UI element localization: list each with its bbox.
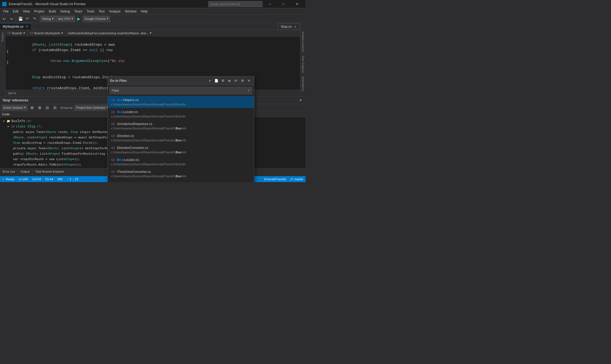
class-icon: C#	[11, 125, 15, 128]
filter-button[interactable]: ⊟	[52, 104, 58, 111]
class-count: (7)	[36, 125, 42, 128]
nav-class[interactable]: C# BusInfo.MyStopInfo ▾	[27, 30, 66, 36]
cs-icon-direction: C#	[111, 134, 115, 138]
goto-item-lastknown[interactable]: C# LastKnownLocation.cs c:\Users\kaseyu\…	[108, 180, 254, 182]
goto-item-bushelpers-path: c:\Users\kaseyu\Source\Repos\EmeraldTran…	[111, 103, 251, 106]
goto-item-direction-name: C# Direction.cs	[111, 134, 251, 138]
goto-item-itimezone-path: c:\Users\kaseyu\Source\Repos\EmeraldTran…	[111, 175, 251, 178]
tab-mystopinfo-close[interactable]: ✕	[25, 25, 29, 29]
nav-namespace-arrow[interactable]: ▾	[23, 31, 25, 35]
project-expander[interactable]: ▼	[2, 119, 5, 123]
menu-edit[interactable]: Edit	[11, 8, 21, 15]
menu-window[interactable]: Window	[123, 8, 139, 15]
back-button[interactable]: ↩	[1, 15, 8, 22]
close-button[interactable]: ✕	[291, 0, 303, 8]
goto-item-buslocator-name: C# BusLocator.cs	[111, 110, 251, 114]
col-header-code: Code	[2, 113, 10, 116]
status-ins: INS	[58, 178, 63, 181]
goto-tool-4[interactable]: ≣	[226, 78, 232, 84]
tab-stop-close[interactable]: ✕	[293, 25, 297, 29]
goto-item-buslocator-path: c:\Users\kaseyu\Source\Repos\EmeraldTran…	[111, 115, 251, 118]
goto-item-direction[interactable]: C# Direction.cs c:\Users\kaseyu\Source\R…	[108, 132, 254, 144]
goto-item-direction-path: c:\Users\kaseyu\Source\Repos\EmeraldTran…	[111, 139, 251, 142]
goto-tool-5[interactable]: ⟳	[233, 78, 239, 84]
tab-task-runner[interactable]: Task Runner Explorer	[33, 169, 67, 175]
goto-tool-3[interactable]: ⚙	[220, 78, 226, 84]
nav-method-text: GetRouteAndStopForLocation(string routeS…	[68, 32, 149, 35]
tab-mystopinfo[interactable]: MyStopInfo.cs ✕	[0, 23, 32, 30]
toolbox-label[interactable]: Toolbox	[1, 31, 4, 43]
panel-close-button[interactable]: ✕	[298, 98, 303, 103]
menu-bar: File Edit View Project Build Debug Team …	[0, 8, 306, 15]
collapse-button[interactable]: ⊟	[44, 104, 51, 111]
status-right: EmeraldTransit1 ⎇ master	[264, 178, 303, 181]
redo-button[interactable]: ↷	[31, 15, 38, 22]
goto-tool-2[interactable]: 📄	[213, 78, 219, 84]
zoom-level[interactable]: 100 %	[8, 92, 16, 95]
quick-launch-placeholder: Quick Launch (Ctrl+Q)	[210, 2, 240, 6]
goto-results-list: C# BusHelpers.cs c:\Users\kaseyu\Source\…	[108, 96, 254, 182]
undo-button[interactable]: ↶	[24, 15, 31, 22]
menu-project[interactable]: Project	[32, 8, 47, 15]
goto-item-ibuslocator-path: c:\Users\kaseyu\Source\Repos\EmeraldTran…	[111, 163, 251, 166]
start-dropdown[interactable]: Google Chrome ▾	[83, 16, 110, 22]
quick-launch[interactable]: Quick Launch (Ctrl+Q)	[208, 1, 263, 7]
platform-label: Any CPU	[58, 17, 70, 20]
scope-dropdown[interactable]: Entire Solution ▾	[2, 105, 28, 110]
goto-item-itimezone-name: C# ITimeZoneConverter.cs	[111, 170, 251, 174]
goto-search-input[interactable]	[112, 89, 247, 92]
class-expander[interactable]: ▼	[7, 125, 10, 128]
status-ready: ✓ Ready	[2, 178, 14, 181]
goto-search-box[interactable]: ✕	[109, 87, 252, 94]
tab-error-list[interactable]: Error List	[0, 169, 18, 175]
tab-output[interactable]: Output	[18, 169, 33, 175]
goto-tool-1[interactable]: ≡	[207, 78, 213, 84]
nav-method[interactable]: GetRouteAndStopForLocation(string routeS…	[66, 30, 154, 36]
goto-item-itimezone[interactable]: C# ITimeZoneConverter.cs c:\Users\kaseyu…	[108, 168, 254, 180]
title-bar: EmeraldTransit1 - Microsoft Visual Studi…	[0, 0, 306, 8]
goto-item-arrivals[interactable]: C# ArrivalsAndDeparture.cs c:\Users\kase…	[108, 120, 254, 132]
goto-close-button[interactable]: ✕	[246, 78, 252, 84]
goto-item-bushelpers-name: C# BusHelpers.cs	[111, 98, 251, 102]
project-text: EmeraldTransit1	[264, 178, 286, 181]
group-by-dropdown[interactable]: Project then Definition ▾	[75, 105, 110, 110]
goto-clear-button[interactable]: ✕	[247, 89, 250, 92]
menu-test[interactable]: Test	[97, 8, 107, 15]
copy-button[interactable]: ⊞	[29, 104, 35, 111]
solution-explorer-label[interactable]: Solution Explorer	[300, 30, 306, 54]
menu-file[interactable]: File	[1, 8, 11, 15]
menu-build[interactable]: Build	[47, 8, 58, 15]
nav-class-arrow[interactable]: ▾	[61, 31, 63, 35]
minimize-button[interactable]: ─	[264, 0, 276, 8]
cs-icon-lastknown: C#	[111, 182, 115, 182]
config-label: Debug	[42, 17, 51, 20]
menu-team[interactable]: Team	[72, 8, 84, 15]
down-count: 23	[75, 178, 78, 181]
nav-namespace[interactable]: C# BusInfo ▾	[5, 30, 27, 36]
maximize-button[interactable]: □	[277, 0, 290, 8]
goto-item-dirconverter[interactable]: C# DirectionConverter.cs c:\Users\kaseyu…	[108, 144, 254, 156]
save-all-button[interactable]: 💾	[17, 15, 24, 22]
goto-tool-6[interactable]: ⚙	[239, 78, 245, 84]
nav-method-arrow[interactable]: ▾	[150, 31, 152, 35]
team-explorer-label[interactable]: Team Explorer	[300, 54, 306, 74]
platform-dropdown[interactable]: Any CPU ▾	[56, 16, 75, 22]
menu-view[interactable]: View	[21, 8, 32, 15]
menu-debug[interactable]: Debug	[58, 8, 72, 15]
config-arrow: ▾	[52, 17, 54, 20]
menu-help[interactable]: Help	[139, 8, 150, 15]
tab-stop[interactable]: Stop.cs ✕	[278, 23, 300, 30]
expand-button[interactable]: ⊞	[36, 104, 43, 111]
goto-item-ibuslocator[interactable]: C# IBusLocator.cs c:\Users\kaseyu\Source…	[108, 156, 254, 168]
code-line-throw: throw new ArgumentException("No sto	[5, 55, 300, 60]
notifications-label[interactable]: Notifications	[300, 75, 306, 93]
status-col: Col 64	[32, 178, 41, 181]
config-dropdown[interactable]: Debug ▾	[40, 16, 55, 22]
start-label: Google Chrome	[85, 17, 106, 20]
goto-item-buslocator[interactable]: C# BusLocator.cs c:\Users\kaseyu\Source\…	[108, 108, 254, 120]
nav-namespace-text: BusInfo	[12, 32, 22, 35]
menu-analyze[interactable]: Analyze	[107, 8, 123, 15]
menu-tools[interactable]: Tools	[85, 8, 97, 15]
forward-button[interactable]: ↪	[8, 15, 15, 22]
goto-item-bushelpers[interactable]: C# BusHelpers.cs c:\Users\kaseyu\Source\…	[108, 96, 254, 108]
